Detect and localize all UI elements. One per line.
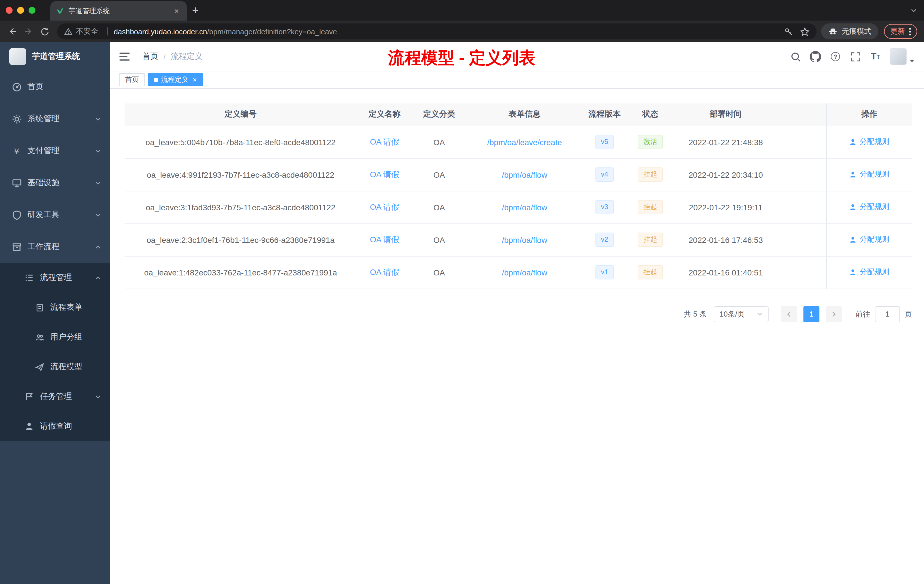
document-icon (34, 302, 45, 313)
sidebar-item-process-management[interactable]: 流程管理 (0, 263, 110, 292)
reload-button[interactable] (36, 23, 53, 40)
goto-page-input[interactable] (875, 306, 900, 322)
definition-category: OA (412, 223, 466, 256)
version-badge: v1 (595, 265, 614, 279)
form-link[interactable]: /bpm/oa/flow (502, 170, 548, 179)
sidebar-item-infra[interactable]: 基础设施 (0, 167, 110, 199)
definition-name-link[interactable]: OA 请假 (370, 267, 399, 276)
browser-tab[interactable]: 芋道管理系统 × (50, 1, 187, 21)
tab-search-chevron-icon[interactable] (910, 7, 917, 14)
back-button[interactable] (5, 23, 21, 40)
prev-page-button[interactable] (781, 306, 797, 322)
page-content: 定义编号 定义名称 定义分类 表单信息 流程版本 状态 部署时间 操作 (110, 89, 924, 584)
tag-home[interactable]: 首页 (119, 73, 145, 86)
sidebar-item-leave-query[interactable]: 请假查询 (0, 411, 110, 441)
avatar[interactable] (890, 48, 907, 65)
form-link[interactable]: /bpm/oa/flow (502, 235, 548, 244)
tab-close-icon[interactable]: × (172, 6, 181, 15)
zoom-window-button[interactable] (28, 7, 35, 14)
update-label: 更新 (890, 26, 905, 36)
browser-menu-dots-icon[interactable] (909, 28, 911, 35)
col-definition-name: 定义名称 (356, 104, 412, 126)
forward-button[interactable] (21, 23, 36, 40)
password-key-icon[interactable] (784, 27, 793, 36)
page-size-select[interactable]: 10条/页 (714, 306, 769, 322)
col-form-info: 表单信息 (466, 104, 583, 126)
sidebar-item-process-model[interactable]: 流程模型 (0, 352, 110, 382)
assign-rule-link[interactable]: 分配规则 (850, 137, 889, 147)
favicon (56, 7, 64, 15)
next-page-button[interactable] (826, 306, 842, 322)
user-icon (850, 236, 857, 243)
deploy-time: 2022-01-16 01:40:51 (675, 256, 777, 289)
incognito-label: 无痕模式 (842, 26, 871, 36)
col-filler (777, 104, 826, 126)
fullscreen-icon[interactable] (850, 51, 861, 62)
help-icon[interactable]: ? (830, 51, 841, 62)
new-tab-button[interactable]: + (187, 2, 204, 19)
sidebar-item-pay[interactable]: ¥ 支付管理 (0, 135, 110, 167)
sidebar-toggle-icon[interactable] (119, 50, 132, 63)
assign-rule-link[interactable]: 分配规则 (850, 267, 889, 277)
definition-name-link[interactable]: OA 请假 (370, 137, 399, 146)
assign-rule-link[interactable]: 分配规则 (850, 170, 889, 180)
browser-update-button[interactable]: 更新 (884, 24, 917, 39)
sidebar-item-workflow[interactable]: 工作流程 (0, 231, 110, 263)
breadcrumb-home[interactable]: 首页 (142, 51, 158, 62)
status-badge: 挂起 (638, 233, 663, 247)
minimize-window-button[interactable] (17, 7, 24, 14)
definition-id: oa_leave:1:482ec033-762a-11ec-8477-a2380… (125, 256, 356, 289)
chevron-up-icon (95, 275, 101, 281)
assign-rule-link[interactable]: 分配规则 (850, 202, 889, 212)
form-link[interactable]: /bpm/oa/flow (502, 203, 548, 212)
security-warning-icon[interactable] (64, 27, 73, 36)
form-link[interactable]: /bpm/oa/leave/create (487, 137, 562, 147)
pagination-total: 共 5 条 (684, 309, 707, 319)
paper-plane-icon (34, 362, 45, 372)
table-row: oa_leave:1:482ec033-762a-11ec-8477-a2380… (125, 256, 912, 289)
sidebar-item-label: 首页 (27, 82, 43, 92)
filler-cell (777, 126, 826, 158)
sidebar-item-process-form[interactable]: 流程表单 (0, 292, 110, 322)
tag-process-definition[interactable]: 流程定义 × (148, 73, 203, 86)
sidebar-item-user-group[interactable]: 用户分组 (0, 322, 110, 352)
sidebar-item-label: 基础设施 (27, 178, 59, 188)
status-badge: 激活 (638, 135, 663, 149)
user-menu[interactable] (890, 48, 915, 65)
definition-name-link[interactable]: OA 请假 (370, 170, 399, 178)
sidebar: 芋道管理系统 首页 系统管理 ¥ 支付管理 (0, 42, 110, 584)
filler-cell (777, 223, 826, 256)
form-link[interactable]: /bpm/oa/flow (502, 268, 548, 277)
sidebar-logo[interactable]: 芋道管理系统 (0, 42, 110, 71)
incognito-icon (828, 26, 838, 36)
bookmark-star-icon[interactable] (800, 26, 810, 36)
table-row: oa_leave:2:3c1f0ef1-76b1-11ec-9c66-a2380… (125, 223, 912, 256)
col-process-version: 流程版本 (583, 104, 626, 126)
sidebar-item-label: 请假查询 (40, 421, 72, 431)
close-window-button[interactable] (6, 7, 13, 14)
assign-rule-link[interactable]: 分配规则 (850, 234, 889, 245)
tag-close-icon[interactable]: × (193, 76, 197, 83)
pagination: 共 5 条 10条/页 1 前往 (125, 306, 912, 322)
definition-name-link[interactable]: OA 请假 (370, 202, 399, 211)
github-icon[interactable] (810, 51, 821, 62)
table-header-row: 定义编号 定义名称 定义分类 表单信息 流程版本 状态 部署时间 操作 (125, 104, 912, 126)
sidebar-item-task-management[interactable]: 任务管理 (0, 382, 110, 411)
security-label[interactable]: 不安全 (76, 26, 98, 36)
page-number-1[interactable]: 1 (804, 306, 819, 322)
sidebar-item-devtools[interactable]: 研发工具 (0, 199, 110, 231)
deploy-time: 2022-01-22 20:34:10 (675, 158, 777, 191)
definition-id: oa_leave:5:004b710b-7b8a-11ec-8ef0-acde4… (125, 126, 356, 158)
address-bar[interactable]: 不安全 dashboard.yudao.iocoder.cn/bpm/manag… (57, 23, 817, 40)
search-icon[interactable] (790, 51, 801, 62)
definition-name-link[interactable]: OA 请假 (370, 234, 399, 244)
sidebar-item-system[interactable]: 系统管理 (0, 103, 110, 135)
chevron-down-icon (95, 148, 101, 154)
sidebar-item-label: 流程模型 (50, 362, 82, 372)
font-size-icon[interactable]: TT (870, 51, 881, 62)
table-row: oa_leave:3:1fad3d93-7b75-11ec-a3c8-acde4… (125, 191, 912, 223)
sidebar-item-home[interactable]: 首页 (0, 71, 110, 103)
definition-id: oa_leave:4:991f2193-7b7f-11ec-a3c8-acde4… (125, 158, 356, 191)
main-area: 首页 / 流程定义 ? TT (110, 42, 924, 584)
deploy-time: 2022-01-22 21:48:38 (675, 126, 777, 158)
